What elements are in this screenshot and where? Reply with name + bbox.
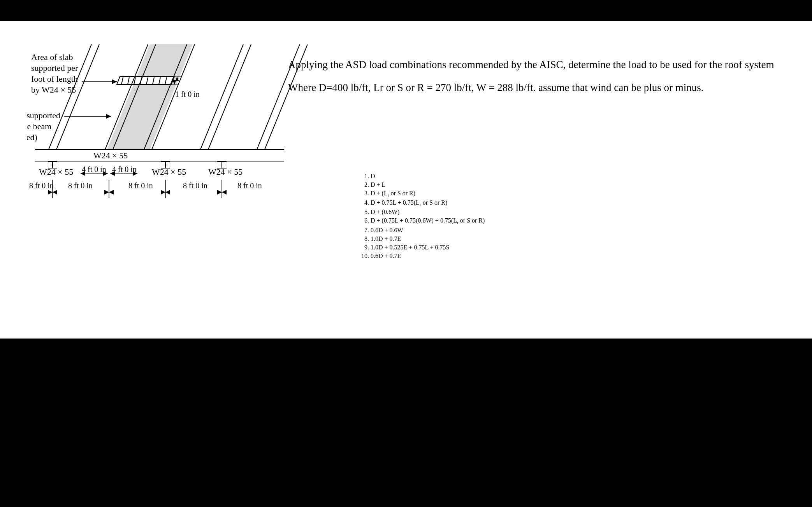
fig-label-area-of-slab-line1: Area of slab bbox=[31, 52, 73, 62]
svg-marker-36 bbox=[109, 190, 114, 195]
svg-marker-39 bbox=[217, 190, 222, 195]
fig-label-area-supported-line3: (shaded) bbox=[27, 132, 37, 142]
fig-label-area-of-slab-line2: supported per bbox=[31, 63, 78, 73]
problem-paragraph-2: Where D=400 lb/ft, Lr or S or R = 270 lb… bbox=[288, 81, 804, 95]
dim-1ft: 1 ft 0 in bbox=[175, 90, 200, 98]
roof-framing-figure: Area of slab supported per foot of lengt… bbox=[27, 44, 308, 212]
svg-marker-33 bbox=[48, 190, 53, 195]
combo-9: 1.0D + 0.525E + 0.75L + 0.75S bbox=[371, 244, 485, 251]
fig-label-area-supported-line1: Area supported bbox=[27, 111, 60, 120]
svg-marker-37 bbox=[161, 190, 165, 195]
dim-4ft-left: 4 ft 0 in bbox=[82, 165, 106, 174]
combo-6: D + (0.75L + 0.75(0.6W) + 0.75(Lr or S o… bbox=[371, 217, 485, 225]
combo-8: 1.0D + 0.7E bbox=[371, 235, 485, 242]
asd-load-combinations-list: D D + L D + (Lr or S or R) D + 0.75L + 0… bbox=[362, 173, 485, 261]
beam-label-3: W24 × 55 bbox=[208, 167, 243, 177]
combo-4: D + 0.75L + 0.75(Lr or S or R) bbox=[371, 199, 485, 207]
svg-marker-35 bbox=[104, 190, 109, 195]
slide-page: Area of slab supported per foot of lengt… bbox=[0, 21, 812, 339]
fig-label-area-supported-line2: by one beam bbox=[27, 121, 51, 131]
svg-marker-40 bbox=[222, 190, 227, 195]
fig-label-area-of-slab-line4: by W24 × 55 bbox=[31, 85, 76, 95]
unit-length-strip bbox=[117, 77, 174, 84]
joist-line bbox=[208, 44, 251, 149]
combo-1: D bbox=[371, 173, 485, 180]
combo-2: D + L bbox=[371, 181, 485, 188]
problem-statement: Applying the ASD load combinations recom… bbox=[288, 58, 804, 104]
joist-line bbox=[200, 44, 243, 149]
combo-10: 0.6D + 0.7E bbox=[371, 253, 485, 260]
top-black-band bbox=[0, 0, 812, 21]
combo-7: 0.6D + 0.6W bbox=[371, 227, 485, 234]
leader-2-arrowhead bbox=[106, 114, 111, 119]
dim-span-3: 8 ft 0 in bbox=[128, 181, 153, 190]
dim-span-5: 8 ft 0 in bbox=[237, 181, 262, 190]
combo-3: D + (Lr or S or R) bbox=[371, 190, 485, 198]
dim-span-4: 8 ft 0 in bbox=[183, 181, 207, 190]
combo-5: D + (0.6W) bbox=[371, 209, 485, 216]
beam-label-2: W24 × 55 bbox=[152, 167, 186, 177]
dim-span-2: 8 ft 0 in bbox=[68, 181, 93, 190]
span-arrows bbox=[48, 190, 227, 195]
svg-marker-38 bbox=[165, 190, 170, 195]
girder-label: W24 × 55 bbox=[93, 151, 128, 160]
svg-marker-34 bbox=[53, 190, 57, 195]
dim-span-1: 8 ft 0 in bbox=[29, 181, 54, 190]
leader-1-arrowhead bbox=[112, 79, 117, 84]
fig-label-area-of-slab-line3: foot of length bbox=[31, 74, 78, 84]
problem-paragraph-1: Applying the ASD load combinations recom… bbox=[288, 58, 804, 72]
beam-label-1: W24 × 55 bbox=[39, 167, 73, 177]
